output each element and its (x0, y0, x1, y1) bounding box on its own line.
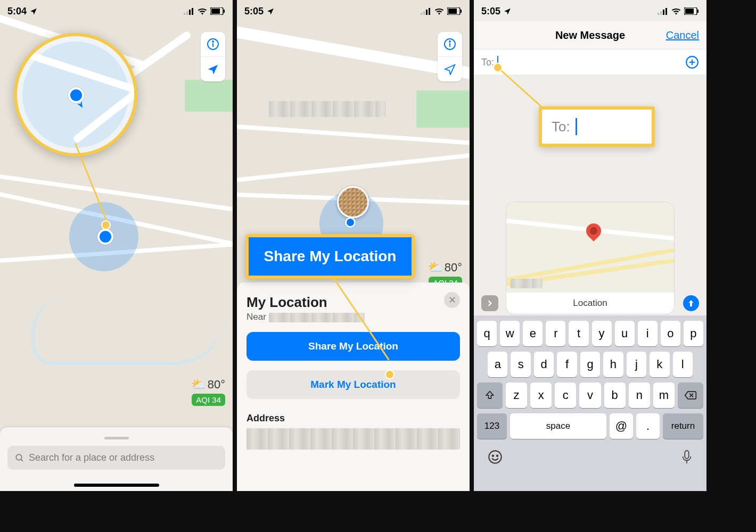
key-p[interactable]: p (684, 321, 703, 346)
status-bar: 5:04 (0, 3, 233, 19)
return-key[interactable]: return (663, 413, 703, 439)
key-w[interactable]: w (500, 321, 520, 346)
locate-button[interactable] (201, 56, 225, 81)
svg-rect-13 (423, 11, 425, 15)
cell-signal-icon (658, 7, 668, 15)
key-r[interactable]: r (546, 321, 565, 346)
clock: 5:04 (7, 6, 27, 17)
add-contact-button[interactable] (685, 55, 699, 69)
key-v[interactable]: v (579, 383, 601, 408)
dictate-button[interactable] (681, 450, 693, 464)
location-services-icon (30, 7, 37, 15)
key-f[interactable]: f (557, 352, 577, 377)
locate-button[interactable] (438, 56, 462, 81)
svg-point-34 (489, 451, 501, 463)
svg-rect-1 (186, 11, 188, 15)
at-key[interactable]: @ (610, 413, 633, 439)
svg-rect-3 (192, 8, 193, 15)
share-location-button[interactable]: Share My Location (246, 332, 460, 361)
location-attachment[interactable]: Location (506, 202, 675, 314)
svg-rect-0 (184, 13, 185, 15)
key-l[interactable]: l (673, 352, 693, 377)
shift-key[interactable] (477, 383, 503, 408)
callout-highlight: Share My Location (245, 234, 415, 279)
current-location-dot[interactable] (97, 229, 113, 245)
emoji-button[interactable] (488, 450, 503, 464)
backspace-key[interactable] (678, 383, 703, 408)
key-h[interactable]: h (603, 352, 623, 377)
to-field[interactable]: To: (474, 49, 706, 76)
svg-rect-18 (461, 10, 462, 13)
info-button[interactable] (201, 32, 225, 56)
key-i[interactable]: i (638, 321, 658, 346)
battery-icon (684, 7, 699, 15)
key-z[interactable]: z (506, 383, 527, 408)
key-c[interactable]: c (555, 383, 576, 408)
weather-icon: ⛅ (191, 378, 206, 392)
key-o[interactable]: o (661, 321, 680, 346)
location-avatar[interactable] (337, 186, 369, 218)
svg-point-10 (16, 454, 22, 460)
key-m[interactable]: m (653, 383, 675, 408)
close-button[interactable]: ✕ (444, 292, 460, 308)
key-u[interactable]: u (615, 321, 635, 346)
dot-key[interactable]: . (636, 413, 660, 439)
svg-rect-27 (685, 9, 694, 14)
weather-badge[interactable]: ⛅80° AQI 34 (191, 378, 225, 406)
space-key[interactable]: space (510, 413, 606, 439)
svg-rect-24 (663, 10, 664, 15)
numbers-key[interactable]: 123 (477, 413, 507, 439)
chevron-right-icon (486, 300, 494, 307)
svg-rect-17 (448, 9, 457, 14)
key-b[interactable]: b (604, 383, 626, 408)
wifi-icon (671, 7, 681, 15)
redacted-text (269, 313, 365, 322)
svg-point-21 (449, 41, 450, 42)
svg-line-11 (21, 459, 23, 461)
key-g[interactable]: g (580, 352, 600, 377)
plus-circle-icon (685, 55, 699, 69)
to-label: To: (481, 57, 494, 68)
search-sheet[interactable]: Search for a place or address (0, 427, 233, 491)
key-n[interactable]: n (629, 383, 650, 408)
mark-location-button[interactable]: Mark My Location (246, 370, 460, 399)
location-card[interactable]: ✕ My Location Near Share My Location Mar… (237, 282, 470, 491)
map-controls (438, 32, 462, 81)
key-e[interactable]: e (523, 321, 543, 346)
kb-row-3: zxcvbnm (477, 383, 703, 408)
cancel-button[interactable]: Cancel (666, 29, 699, 41)
nav-bar: New Message Cancel (474, 21, 706, 49)
send-button[interactable] (683, 295, 699, 311)
battery-icon (447, 7, 462, 15)
key-t[interactable]: t (569, 321, 588, 346)
shift-icon (484, 390, 495, 401)
key-d[interactable]: d (534, 352, 554, 377)
key-j[interactable]: j (627, 352, 646, 377)
svg-rect-37 (685, 451, 688, 459)
key-x[interactable]: x (530, 383, 552, 408)
key-a[interactable]: a (488, 352, 507, 377)
location-services-icon (504, 7, 511, 15)
keyboard[interactable]: qwertyuiop asdfghjkl zxcvbnm 123 space @… (474, 315, 706, 491)
sheet-grabber[interactable] (104, 437, 129, 439)
callout-magnifier (14, 33, 137, 156)
arrow-up-icon (687, 299, 695, 307)
attachment-caption: Location (506, 293, 674, 314)
emoji-icon (488, 450, 503, 464)
search-field[interactable]: Search for a place or address (7, 446, 225, 470)
key-k[interactable]: k (650, 352, 669, 377)
info-button[interactable] (438, 32, 462, 56)
key-y[interactable]: y (592, 321, 612, 346)
current-location-dot[interactable] (345, 217, 356, 228)
svg-rect-22 (658, 13, 659, 15)
clock: 5:05 (244, 6, 264, 17)
locate-arrow-icon (207, 63, 219, 75)
info-icon (443, 38, 456, 51)
clock: 5:05 (481, 6, 500, 17)
home-indicator[interactable] (74, 484, 159, 487)
expand-apps-button[interactable] (481, 295, 498, 311)
key-q[interactable]: q (477, 321, 497, 346)
heading-indicator-icon (75, 98, 85, 109)
key-s[interactable]: s (511, 352, 530, 377)
search-icon (15, 453, 24, 463)
